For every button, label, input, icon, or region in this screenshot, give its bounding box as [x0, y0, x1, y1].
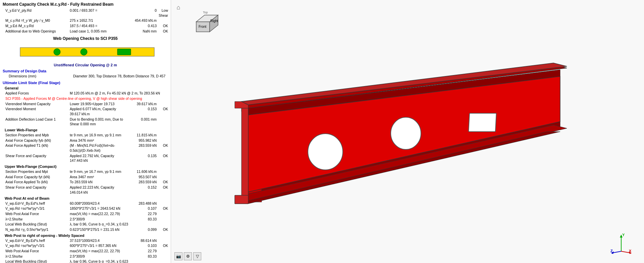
- shear-cap-upper-row: Shear Force and Capacity Applied 22.223 …: [3, 185, 168, 195]
- filter-button[interactable]: ▽: [193, 252, 201, 260]
- svg-text:Top: Top: [203, 11, 208, 14]
- axial-cap-fyb-row: Axial Force Capacity fyb (kN) Area 3476 …: [3, 138, 168, 143]
- web-opening-title: Web Opening Checks to SCI P355: [3, 36, 168, 41]
- sect-prop-mpt-row: Section Properties and Mpt te 9 mm, ye 1…: [3, 169, 168, 174]
- web-post-axial-r-row: Web Post Axial Force max(Vt,Vb) = max(22…: [3, 249, 168, 254]
- right-panel: ⌂ Front Right Top: [171, 0, 644, 263]
- uls-title: Ultimate Limit State (Final Stage): [3, 81, 168, 85]
- web-post-axial-row: Web Post Axial Force max(Vt,Vb) = max(22…: [3, 211, 168, 216]
- applied-forces-row: Applied Forces M 120.05 kN.m @ 2 m, Fv 4…: [3, 91, 168, 96]
- dimensions-row: Dimensions (mm) Diameter 300, Top Distan…: [3, 74, 168, 79]
- vierende-mom-row: Vierendeel Moment Applied 6.077 kN.m, Ca…: [3, 107, 168, 116]
- camera-button[interactable]: 📷: [174, 252, 182, 260]
- add-defl-row: Addition Deflection Load Case 1 Due to B…: [3, 117, 168, 127]
- lambda-r-row: λ=2.5ho/tw 2.5*300/9 83.33: [3, 254, 168, 259]
- web-post-end-label: Web Post At end of Beam: [3, 196, 168, 200]
- vwp-rd-v3-row: V_wp.Rd =so*tw*py*√3/1 1850*9*275*√3/1 =…: [3, 206, 168, 211]
- shear-row: V_y.Ed V_ply.Rd 0.001 / 693.307 = 0 Low …: [3, 8, 168, 18]
- svg-text:Z: Z: [610, 249, 613, 253]
- svg-text:X: X: [629, 249, 632, 253]
- svg-point-23: [391, 117, 421, 149]
- additional-deflection-row: Additional due to Web Openings Load case…: [3, 29, 168, 34]
- sect-prop-mpb-row: Section Properties and Mpb te 9 mm, ye 1…: [3, 133, 168, 138]
- svg-point-1: [54, 49, 60, 55]
- vierende-cap-row: Vierendeel Moment Capacity Lower 19.905=…: [3, 102, 168, 107]
- web-post-right-label: Web Post to right of opening - Widely Sp…: [3, 234, 168, 238]
- svg-marker-20: [241, 108, 248, 195]
- cube-navigator[interactable]: Front Right Top: [191, 3, 218, 30]
- settings-button[interactable]: ⚙: [184, 252, 192, 260]
- sci-p355-red-row: SCI P355 - Applied Forces M @ Centre-lin…: [3, 96, 168, 101]
- beam-3d-view: [171, 27, 644, 243]
- summary-title: Summary of Design Data: [3, 69, 168, 73]
- bottom-toolbar: 📷 ⚙ ▽: [174, 252, 201, 260]
- upper-web-flange-label: Upper Web-Flange (Compact): [3, 165, 168, 169]
- lambda-row: λ=2.5ho/tw 2.5*300/9 83.33: [3, 217, 168, 222]
- axial-cap-fyt-row: Axial Force Capacity fyt (kN) Area 3467 …: [3, 175, 168, 180]
- home-button[interactable]: ⌂: [174, 3, 183, 12]
- lower-web-flange-label: Lower Web-Flange: [3, 128, 168, 132]
- svg-text:Right: Right: [210, 19, 218, 23]
- moment-utilization-row: M_y.Ed /M_c.y.Rd 187.5 / 454.493 = 0.413…: [3, 23, 168, 28]
- svg-marker-21: [235, 195, 248, 204]
- vwp-ed-row: V_wp.Ed=V_By.Ed*s.heff 60.008*2000/423.4…: [3, 201, 168, 206]
- svg-point-22: [308, 134, 343, 170]
- svg-rect-3: [117, 49, 131, 55]
- svg-point-2: [80, 49, 87, 55]
- moment-capacity-row: M_c.y.Rd =f_y W_ply / γ_M0 275 x 1652.7/…: [3, 18, 168, 23]
- axial-to-row: Axial Force Applied To (kN) To 283.559 k…: [3, 180, 168, 185]
- axial-t1-row: Axial Force Applied T1 (kN) (M - Min(N1.…: [3, 143, 168, 153]
- beam-diagram: [3, 44, 168, 60]
- shear-cap-lower-row: Shear Force and Capacity Applied 22.792 …: [3, 153, 168, 163]
- nwp-rd-row: N_wp.Rd =χ, 0.5ho*tw*py/1 0.623*150*9*27…: [3, 227, 168, 232]
- svg-rect-24: [469, 113, 496, 132]
- main-title: Moment Capacity Check M.c.y.Rd - Fully R…: [3, 2, 168, 7]
- local-web-buck-r-row: Local Web Buckling (Strut) λ, bar 0.96, …: [3, 259, 168, 263]
- vwp-rd-r-row: V_wp.Rd =so*tw*py*√3/1 600*9*275*√3/1 = …: [3, 243, 168, 248]
- general-label: General: [3, 86, 168, 90]
- vwp-ed-r-row: V_wp.Ed=V_By.Ed*s.heff 37.515*1000/423.4…: [3, 238, 168, 243]
- local-web-buck-row: Local Web Buckling (Strut) λ, bar 0.96, …: [3, 222, 168, 227]
- left-panel[interactable]: Moment Capacity Check M.c.y.Rd - Fully R…: [0, 0, 171, 263]
- svg-text:Y: Y: [622, 233, 625, 237]
- axis-indicator: Y Z X: [610, 233, 631, 253]
- unstiff-circ-title: Unstiffened Circular Opening @ 2 m: [3, 63, 168, 67]
